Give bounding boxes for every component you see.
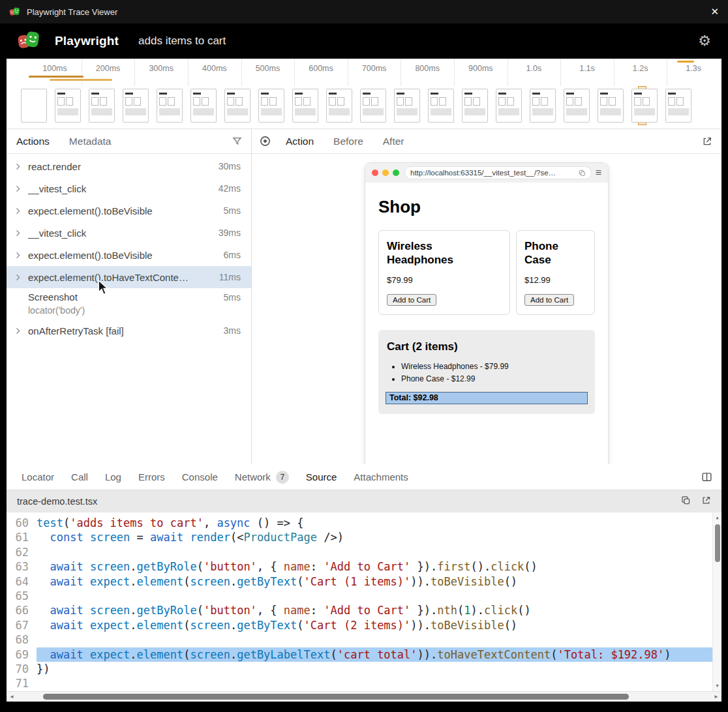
scroll-up-icon[interactable]: ▲ [716,512,718,523]
scroll-down-icon[interactable]: ▼ [716,681,718,691]
timeline-tick-label: 900ms [468,64,493,73]
chevron-right-icon[interactable] [14,162,22,170]
vertical-scrollbar[interactable]: ▲ ▼ [712,512,721,691]
pick-locator-icon[interactable] [260,136,271,147]
source-file-name: trace-demo.test.tsx [17,496,97,507]
timeline-thumbnail[interactable] [631,89,658,123]
chevron-right-icon[interactable] [14,251,22,259]
tab-errors[interactable]: Errors [130,464,174,490]
details-panel: LocatorCallLogErrorsConsoleNetwork7Sourc… [7,464,721,702]
copy-icon[interactable] [681,496,691,507]
chevron-right-icon[interactable] [14,229,22,237]
tab-label: Attachments [354,471,408,482]
timeline-tick-label: 1.0s [526,64,542,73]
action-item[interactable]: onAfterRetryTask [fail]3ms [7,319,251,342]
line-number: 68 [7,632,37,647]
tab-label: Console [182,471,218,482]
chevron-right-icon[interactable] [14,207,22,215]
actions-tabbar: ActionsMetadata [7,129,251,154]
add-to-cart-button[interactable]: Add to Cart [524,294,574,306]
timeline-thumbnail[interactable] [530,89,556,123]
tab-source[interactable]: Source [297,464,346,490]
action-item[interactable]: expect.element().toBeVisible6ms [7,244,251,266]
timeline-duration-marker [50,79,112,81]
timeline-thumbnail[interactable] [292,89,318,123]
horizontal-scroll-thumb[interactable] [43,694,629,700]
tab-locator[interactable]: Locator [13,464,63,490]
tab-label: Locator [22,471,54,482]
scroll-left-icon[interactable]: ◄ [9,694,14,700]
tab-after[interactable]: After [373,129,414,153]
close-icon[interactable]: ✕ [710,6,719,18]
tab-console[interactable]: Console [174,464,226,490]
address-bar[interactable]: http://localhost:63315/__vitest_test__/?… [404,166,592,179]
tab-log[interactable]: Log [97,464,130,490]
timeline-thumbnail[interactable] [564,89,590,123]
filter-icon[interactable] [232,136,242,146]
tab-call[interactable]: Call [63,464,97,490]
timeline-tick-separator [454,59,455,86]
action-item[interactable]: __vitest_click39ms [7,222,251,244]
source-line: 69 await expect.element(screen.getByLabe… [7,647,721,662]
timeline-thumbnail[interactable] [224,89,250,123]
split-view-icon[interactable] [701,471,712,482]
tab-before[interactable]: Before [324,129,373,153]
timeline-tick-separator [348,59,348,86]
line-number: 71 [7,676,37,690]
timeline-thumbnail[interactable] [258,89,284,123]
chevron-right-icon[interactable] [14,185,22,192]
line-code: }) [37,662,721,676]
line-code: test('adds items to cart', async () => { [37,516,721,530]
source-line: 65 [7,589,721,603]
timeline-thumbnail[interactable] [462,89,488,123]
action-item[interactable]: expect.element().toHaveTextConte…11ms [7,266,251,288]
vertical-scroll-thumb[interactable] [715,524,720,562]
tab-label: Metadata [69,136,112,147]
tab-label: Log [105,471,121,482]
tab-network[interactable]: Network7 [226,464,297,490]
line-number: 65 [7,589,37,603]
timeline-thumbnail[interactable] [157,89,183,123]
timeline-thumbnail[interactable] [598,89,624,123]
timeline-thumbnail[interactable] [394,89,420,123]
timeline-thumbnail[interactable] [21,89,47,123]
timeline-thumbnail[interactable] [428,89,454,123]
tab-actions[interactable]: Actions [7,129,59,153]
line-number: 70 [7,662,37,676]
line-number: 67 [7,618,37,632]
line-code: await screen.getByRole('button', { name:… [37,603,721,617]
scroll-right-icon[interactable]: ► [714,694,719,700]
tab-metadata[interactable]: Metadata [59,129,121,153]
action-item-child[interactable]: Screenshot5mslocator('body') [7,288,251,319]
settings-gear-icon[interactable]: ⚙ [698,34,711,48]
line-code: await expect.element(screen.getByText('C… [37,618,721,632]
open-source-external-icon[interactable] [701,496,711,507]
timeline-tick-label: 700ms [362,64,387,73]
timeline-thumbnail[interactable] [496,89,522,123]
cart-item: Phone Case - $12.99 [401,373,588,385]
tab-attachments[interactable]: Attachments [345,464,416,490]
horizontal-scrollbar[interactable]: ◄ ► [7,691,721,702]
action-item[interactable]: react.render30ms [7,155,251,177]
action-duration: 11ms [219,272,241,282]
timeline-thumbnail[interactable] [55,89,81,123]
timeline[interactable]: 100ms200ms300ms400ms500ms600ms700ms800ms… [7,59,721,129]
timeline-thumbnail[interactable] [360,89,386,123]
timeline-thumbnail[interactable] [665,89,691,123]
timeline-thumbnail[interactable] [89,89,115,123]
copy-url-icon[interactable] [579,170,586,177]
timeline-thumbnail[interactable] [326,89,352,123]
chevron-right-icon[interactable] [14,327,22,334]
tab-action[interactable]: Action [276,129,324,153]
action-item[interactable]: __vitest_click42ms [7,177,251,200]
menu-icon[interactable]: ≡ [596,168,601,178]
action-duration: 5ms [224,292,241,303]
open-external-icon[interactable] [702,136,712,147]
timeline-tick-separator [508,59,508,86]
timeline-thumbnail[interactable] [190,89,217,123]
chevron-right-icon[interactable] [14,273,22,281]
action-item[interactable]: expect.element().toBeVisible5ms [7,200,251,222]
line-number: 61 [7,530,37,544]
add-to-cart-button[interactable]: Add to Cart [387,294,436,306]
timeline-thumbnail[interactable] [123,89,149,123]
